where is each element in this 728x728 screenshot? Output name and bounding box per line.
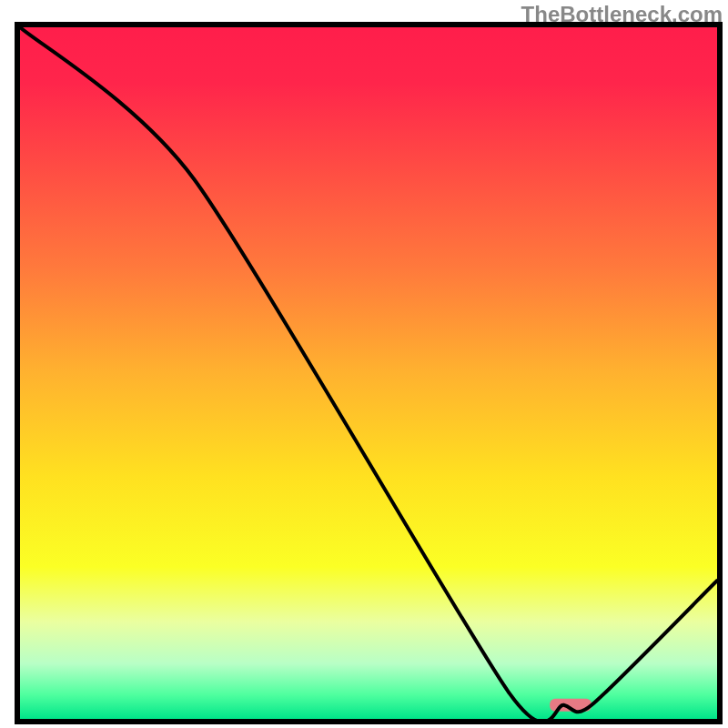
- bottleneck-chart: [0, 0, 728, 728]
- watermark-text: TheBottleneck.com: [521, 2, 723, 27]
- chart-frame: TheBottleneck.com: [0, 0, 728, 728]
- gradient-background: [20, 27, 717, 719]
